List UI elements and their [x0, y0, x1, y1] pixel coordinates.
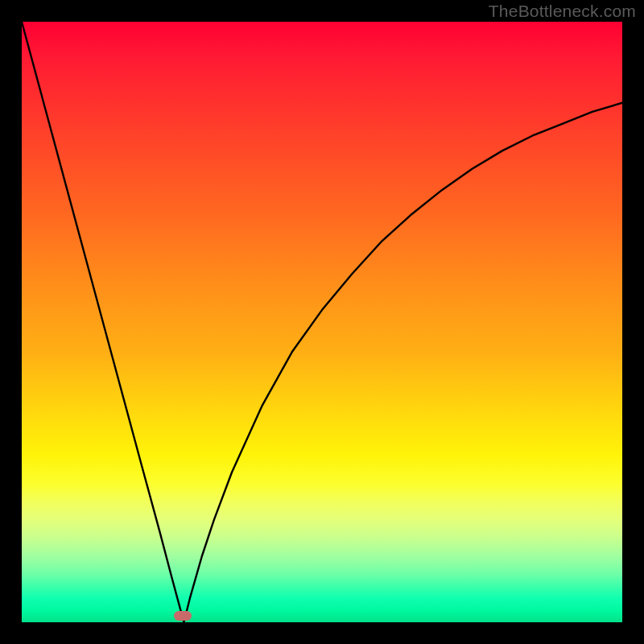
plot-area	[22, 22, 622, 622]
chart-frame: TheBottleneck.com	[0, 0, 644, 644]
bottleneck-curve	[22, 22, 622, 622]
optimal-marker	[174, 611, 192, 621]
watermark-text: TheBottleneck.com	[489, 2, 636, 21]
curve-path	[22, 22, 622, 622]
